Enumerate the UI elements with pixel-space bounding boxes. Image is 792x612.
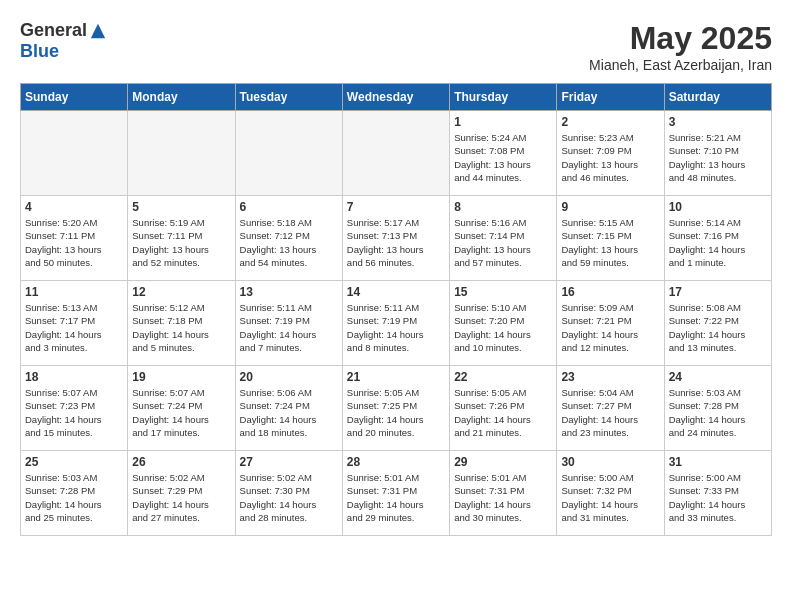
calendar-day-cell: 4Sunrise: 5:20 AM Sunset: 7:11 PM Daylig… <box>21 196 128 281</box>
calendar-day-cell: 1Sunrise: 5:24 AM Sunset: 7:08 PM Daylig… <box>450 111 557 196</box>
calendar-day-cell: 24Sunrise: 5:03 AM Sunset: 7:28 PM Dayli… <box>664 366 771 451</box>
day-info: Sunrise: 5:17 AM Sunset: 7:13 PM Dayligh… <box>347 216 445 269</box>
calendar-day-cell: 30Sunrise: 5:00 AM Sunset: 7:32 PM Dayli… <box>557 451 664 536</box>
calendar-day-cell: 22Sunrise: 5:05 AM Sunset: 7:26 PM Dayli… <box>450 366 557 451</box>
day-info: Sunrise: 5:03 AM Sunset: 7:28 PM Dayligh… <box>25 471 123 524</box>
day-number: 27 <box>240 455 338 469</box>
day-info: Sunrise: 5:03 AM Sunset: 7:28 PM Dayligh… <box>669 386 767 439</box>
page-header: General Blue May 2025 Mianeh, East Azerb… <box>20 20 772 73</box>
calendar-header-tuesday: Tuesday <box>235 84 342 111</box>
calendar-header-row: SundayMondayTuesdayWednesdayThursdayFrid… <box>21 84 772 111</box>
calendar-day-cell: 26Sunrise: 5:02 AM Sunset: 7:29 PM Dayli… <box>128 451 235 536</box>
day-number: 10 <box>669 200 767 214</box>
day-number: 21 <box>347 370 445 384</box>
calendar-day-cell: 7Sunrise: 5:17 AM Sunset: 7:13 PM Daylig… <box>342 196 449 281</box>
calendar-day-cell: 21Sunrise: 5:05 AM Sunset: 7:25 PM Dayli… <box>342 366 449 451</box>
day-info: Sunrise: 5:19 AM Sunset: 7:11 PM Dayligh… <box>132 216 230 269</box>
day-info: Sunrise: 5:24 AM Sunset: 7:08 PM Dayligh… <box>454 131 552 184</box>
calendar-header-monday: Monday <box>128 84 235 111</box>
calendar-day-cell <box>21 111 128 196</box>
title-section: May 2025 Mianeh, East Azerbaijan, Iran <box>589 20 772 73</box>
day-number: 20 <box>240 370 338 384</box>
day-number: 14 <box>347 285 445 299</box>
calendar-day-cell: 16Sunrise: 5:09 AM Sunset: 7:21 PM Dayli… <box>557 281 664 366</box>
day-info: Sunrise: 5:08 AM Sunset: 7:22 PM Dayligh… <box>669 301 767 354</box>
calendar-day-cell: 27Sunrise: 5:02 AM Sunset: 7:30 PM Dayli… <box>235 451 342 536</box>
day-number: 24 <box>669 370 767 384</box>
day-number: 28 <box>347 455 445 469</box>
day-number: 31 <box>669 455 767 469</box>
calendar-day-cell: 20Sunrise: 5:06 AM Sunset: 7:24 PM Dayli… <box>235 366 342 451</box>
day-info: Sunrise: 5:18 AM Sunset: 7:12 PM Dayligh… <box>240 216 338 269</box>
calendar-day-cell: 11Sunrise: 5:13 AM Sunset: 7:17 PM Dayli… <box>21 281 128 366</box>
day-info: Sunrise: 5:05 AM Sunset: 7:25 PM Dayligh… <box>347 386 445 439</box>
day-number: 22 <box>454 370 552 384</box>
day-number: 12 <box>132 285 230 299</box>
day-info: Sunrise: 5:05 AM Sunset: 7:26 PM Dayligh… <box>454 386 552 439</box>
day-info: Sunrise: 5:20 AM Sunset: 7:11 PM Dayligh… <box>25 216 123 269</box>
day-info: Sunrise: 5:16 AM Sunset: 7:14 PM Dayligh… <box>454 216 552 269</box>
calendar-day-cell: 18Sunrise: 5:07 AM Sunset: 7:23 PM Dayli… <box>21 366 128 451</box>
calendar-day-cell: 28Sunrise: 5:01 AM Sunset: 7:31 PM Dayli… <box>342 451 449 536</box>
calendar-day-cell: 5Sunrise: 5:19 AM Sunset: 7:11 PM Daylig… <box>128 196 235 281</box>
day-info: Sunrise: 5:01 AM Sunset: 7:31 PM Dayligh… <box>347 471 445 524</box>
day-number: 9 <box>561 200 659 214</box>
day-number: 18 <box>25 370 123 384</box>
day-number: 23 <box>561 370 659 384</box>
svg-marker-0 <box>91 23 105 37</box>
calendar-header-sunday: Sunday <box>21 84 128 111</box>
month-title: May 2025 <box>589 20 772 57</box>
day-info: Sunrise: 5:23 AM Sunset: 7:09 PM Dayligh… <box>561 131 659 184</box>
calendar-day-cell: 17Sunrise: 5:08 AM Sunset: 7:22 PM Dayli… <box>664 281 771 366</box>
logo-icon <box>89 22 107 40</box>
day-info: Sunrise: 5:06 AM Sunset: 7:24 PM Dayligh… <box>240 386 338 439</box>
day-number: 29 <box>454 455 552 469</box>
calendar-week-3: 11Sunrise: 5:13 AM Sunset: 7:17 PM Dayli… <box>21 281 772 366</box>
day-info: Sunrise: 5:14 AM Sunset: 7:16 PM Dayligh… <box>669 216 767 269</box>
location: Mianeh, East Azerbaijan, Iran <box>589 57 772 73</box>
day-number: 2 <box>561 115 659 129</box>
day-info: Sunrise: 5:07 AM Sunset: 7:23 PM Dayligh… <box>25 386 123 439</box>
day-info: Sunrise: 5:00 AM Sunset: 7:32 PM Dayligh… <box>561 471 659 524</box>
calendar-day-cell <box>235 111 342 196</box>
calendar-day-cell: 3Sunrise: 5:21 AM Sunset: 7:10 PM Daylig… <box>664 111 771 196</box>
day-info: Sunrise: 5:11 AM Sunset: 7:19 PM Dayligh… <box>347 301 445 354</box>
calendar-day-cell: 10Sunrise: 5:14 AM Sunset: 7:16 PM Dayli… <box>664 196 771 281</box>
day-info: Sunrise: 5:07 AM Sunset: 7:24 PM Dayligh… <box>132 386 230 439</box>
day-number: 1 <box>454 115 552 129</box>
day-number: 25 <box>25 455 123 469</box>
calendar-week-2: 4Sunrise: 5:20 AM Sunset: 7:11 PM Daylig… <box>21 196 772 281</box>
day-number: 19 <box>132 370 230 384</box>
day-number: 17 <box>669 285 767 299</box>
logo: General Blue <box>20 20 109 62</box>
calendar-day-cell: 23Sunrise: 5:04 AM Sunset: 7:27 PM Dayli… <box>557 366 664 451</box>
day-info: Sunrise: 5:10 AM Sunset: 7:20 PM Dayligh… <box>454 301 552 354</box>
calendar-day-cell: 2Sunrise: 5:23 AM Sunset: 7:09 PM Daylig… <box>557 111 664 196</box>
day-number: 11 <box>25 285 123 299</box>
day-info: Sunrise: 5:02 AM Sunset: 7:29 PM Dayligh… <box>132 471 230 524</box>
logo-blue: Blue <box>20 41 59 62</box>
day-info: Sunrise: 5:04 AM Sunset: 7:27 PM Dayligh… <box>561 386 659 439</box>
calendar-day-cell <box>342 111 449 196</box>
day-number: 5 <box>132 200 230 214</box>
calendar-day-cell: 29Sunrise: 5:01 AM Sunset: 7:31 PM Dayli… <box>450 451 557 536</box>
day-number: 4 <box>25 200 123 214</box>
day-info: Sunrise: 5:00 AM Sunset: 7:33 PM Dayligh… <box>669 471 767 524</box>
day-info: Sunrise: 5:02 AM Sunset: 7:30 PM Dayligh… <box>240 471 338 524</box>
calendar-week-5: 25Sunrise: 5:03 AM Sunset: 7:28 PM Dayli… <box>21 451 772 536</box>
day-number: 30 <box>561 455 659 469</box>
calendar-day-cell <box>128 111 235 196</box>
day-info: Sunrise: 5:21 AM Sunset: 7:10 PM Dayligh… <box>669 131 767 184</box>
calendar-week-1: 1Sunrise: 5:24 AM Sunset: 7:08 PM Daylig… <box>21 111 772 196</box>
day-number: 15 <box>454 285 552 299</box>
calendar-header-saturday: Saturday <box>664 84 771 111</box>
calendar-day-cell: 19Sunrise: 5:07 AM Sunset: 7:24 PM Dayli… <box>128 366 235 451</box>
calendar-day-cell: 12Sunrise: 5:12 AM Sunset: 7:18 PM Dayli… <box>128 281 235 366</box>
day-number: 16 <box>561 285 659 299</box>
day-number: 3 <box>669 115 767 129</box>
day-number: 6 <box>240 200 338 214</box>
calendar-day-cell: 13Sunrise: 5:11 AM Sunset: 7:19 PM Dayli… <box>235 281 342 366</box>
day-number: 8 <box>454 200 552 214</box>
day-number: 26 <box>132 455 230 469</box>
calendar-day-cell: 14Sunrise: 5:11 AM Sunset: 7:19 PM Dayli… <box>342 281 449 366</box>
